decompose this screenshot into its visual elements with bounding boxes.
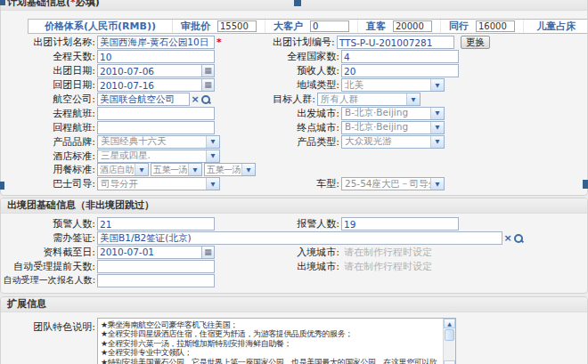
form-row: 回程航班: 终点城市: B-北京·Beijing: [1, 120, 587, 134]
bus-guide-select[interactable]: 司导分开: [97, 177, 220, 190]
end-city-select[interactable]: B-北京·Beijing: [341, 121, 445, 134]
form-row: 出团日期: 2010-07-06 预收人数:: [1, 64, 587, 78]
form-row: 航空公司: 目标人群: 所有人群: [1, 93, 587, 107]
clear-icon[interactable]: [190, 93, 200, 105]
meal-std-select-1[interactable]: 酒店自助: [97, 163, 149, 176]
meal-std-select-3[interactable]: 五菜一汤: [204, 163, 256, 176]
peer-price-input[interactable]: [476, 20, 515, 32]
brand-value: 美国经典十六天: [98, 135, 206, 148]
calendar-icon[interactable]: [201, 65, 214, 77]
brand-select[interactable]: 美国经典十六天: [97, 135, 220, 149]
scroll-track[interactable]: [444, 342, 455, 360]
clear-icon[interactable]: [502, 232, 513, 244]
expected-pax-input[interactable]: [341, 64, 459, 77]
vehicle-select[interactable]: 25-54座大巴－司导分开: [341, 177, 445, 190]
alarm-pax-label: 报警人数:: [220, 217, 339, 231]
depart-date-value: 2010-07-06: [98, 66, 201, 77]
select-arrow-icon[interactable]: [430, 108, 444, 119]
select-arrow-icon[interactable]: [241, 164, 255, 175]
vehicle-label: 车型:: [220, 177, 339, 190]
form-row: 用餐标准: 酒店自助 五菜一汤 五菜一汤: [1, 163, 587, 177]
approval-price-input[interactable]: [217, 20, 257, 32]
select-arrow-icon[interactable]: [206, 178, 219, 190]
hotel-std-select[interactable]: 三星或四星.: [97, 150, 220, 163]
product-type-select[interactable]: 大众观光游: [341, 135, 445, 149]
select-arrow-icon[interactable]: [188, 164, 201, 175]
meal-std-select-2[interactable]: 五菜一汤: [151, 163, 202, 176]
return-date-value: 2010-07-16: [98, 80, 201, 91]
auto-accept-pax-input[interactable]: [97, 274, 215, 287]
depart-flight-label: 去程航班:: [1, 107, 95, 120]
scroll-down-icon[interactable]: [444, 360, 455, 364]
visa-input[interactable]: [97, 231, 502, 245]
return-date-input[interactable]: 2010-07-16: [97, 78, 215, 92]
panel-plan-basic-info: 计划基础信息(*必填) 价格体系(人民币(RMB)) 审批价 大客户 直客 同行…: [0, 0, 588, 196]
form-row: 预警人数: 报警人数:: [1, 217, 587, 231]
exit-city-label: 出境城市:: [220, 260, 339, 273]
select-arrow-icon[interactable]: [206, 136, 219, 148]
selection-handle: [0, 0, 5, 5]
target-group-select[interactable]: 所有人群: [317, 93, 421, 106]
depart-flight-input[interactable]: [97, 107, 215, 120]
country-count-label: 全程国家数:: [220, 50, 339, 63]
search-icon[interactable]: [513, 233, 524, 244]
plan-no-input[interactable]: [337, 36, 454, 49]
form-row: 自动受理提前天数: 出境城市: 请在制作行程时设定: [1, 259, 587, 273]
vehicle-value: 25-54座大巴－司导分开: [342, 178, 430, 190]
end-city-label: 终点城市:: [220, 121, 339, 134]
panel-extended-info: 扩展信息 团队特色说明: ★乘坐海南航空公司豪华客机飞往美国； ★全程安排四星级…: [0, 296, 588, 364]
country-count-input[interactable]: [341, 50, 459, 63]
select-arrow-icon[interactable]: [430, 122, 444, 133]
select-arrow-icon[interactable]: [430, 136, 444, 148]
calendar-icon[interactable]: [201, 247, 214, 258]
brand-label: 产品品牌:: [1, 135, 95, 149]
alarm-pax-input[interactable]: [341, 217, 459, 231]
depart-city-label: 出发城市:: [220, 107, 339, 120]
scrollbar[interactable]: [443, 319, 455, 364]
form-row: 出团计划名称: * 出团计划编号: 更换: [1, 36, 587, 50]
approval-price-label: 审批价: [181, 20, 210, 33]
warning-pax-input[interactable]: [97, 217, 215, 231]
form-row: 产品品牌: 美国经典十六天 产品类型: 大众观光游: [1, 134, 587, 149]
key-account-price-input[interactable]: [310, 20, 349, 32]
region-type-select[interactable]: 北美: [341, 78, 445, 92]
feature-desc-text: ★乘坐海南航空公司豪华客机飞往美国； ★全程安排四星级酒店住宿，住宿更为舒适，为…: [98, 319, 443, 364]
doc-deadline-input[interactable]: 2010-07-01: [97, 246, 215, 259]
select-arrow-icon[interactable]: [206, 150, 219, 162]
calendar-icon[interactable]: [201, 79, 214, 91]
auto-accept-days-input[interactable]: [97, 260, 215, 273]
bus-guide-value: 司导分开: [98, 178, 206, 190]
select-arrow-icon[interactable]: [135, 164, 148, 175]
price-group-direct: 直客: [358, 20, 441, 33]
plan-name-label: 出团计划名称:: [1, 36, 95, 49]
scroll-up-icon[interactable]: [444, 319, 455, 328]
select-arrow-icon[interactable]: [430, 79, 444, 91]
panel-outbound-info: 出境团基础信息（非出境团跳过） 预警人数: 报警人数: 需办签证: 资料截至日:…: [0, 198, 588, 294]
form-row: 自动受理一次报名人数:: [1, 273, 587, 287]
depart-city-select[interactable]: B-北京·Beijing: [341, 107, 445, 120]
plan-name-input[interactable]: [97, 36, 215, 49]
meal-std-label: 用餐标准:: [1, 163, 95, 176]
direct-price-input[interactable]: [393, 20, 432, 32]
select-arrow-icon[interactable]: [406, 93, 420, 105]
form-row: 团队特色说明: ★乘坐海南航空公司豪华客机飞往美国； ★全程安排四星级酒店住宿，…: [1, 318, 587, 364]
feature-desc-textarea[interactable]: ★乘坐海南航空公司豪华客机飞往美国； ★全程安排四星级酒店住宿，住宿更为舒适，为…: [97, 318, 456, 364]
product-type-label: 产品类型:: [220, 135, 339, 149]
region-type-value: 北美: [342, 79, 430, 92]
total-days-input[interactable]: [97, 50, 215, 63]
return-flight-input[interactable]: [97, 121, 215, 134]
direct-price-label: 直客: [366, 20, 386, 33]
depart-city-value: B-北京·Beijing: [342, 107, 430, 119]
select-arrow-icon[interactable]: [430, 178, 444, 190]
change-plan-no-button[interactable]: 更换: [461, 36, 490, 49]
scroll-thumb[interactable]: [445, 329, 454, 341]
section-title-text-end: 必填): [76, 0, 100, 8]
region-type-label: 地域类型:: [220, 78, 339, 92]
depart-date-input[interactable]: 2010-07-06: [97, 64, 215, 77]
feature-line: ★全程安排四星级酒店住宿，住宿更为舒适，为游客提供品质优秀的服务；: [101, 329, 441, 338]
price-system-bar: 价格体系(人民币(RMB)) 审批价 大客户 直客 同行 儿童占床: [28, 19, 588, 34]
airline-input[interactable]: [97, 93, 190, 106]
doc-deadline-label: 资料截至日:: [1, 246, 95, 259]
selection-handle: [583, 180, 588, 189]
search-icon[interactable]: [200, 94, 211, 105]
